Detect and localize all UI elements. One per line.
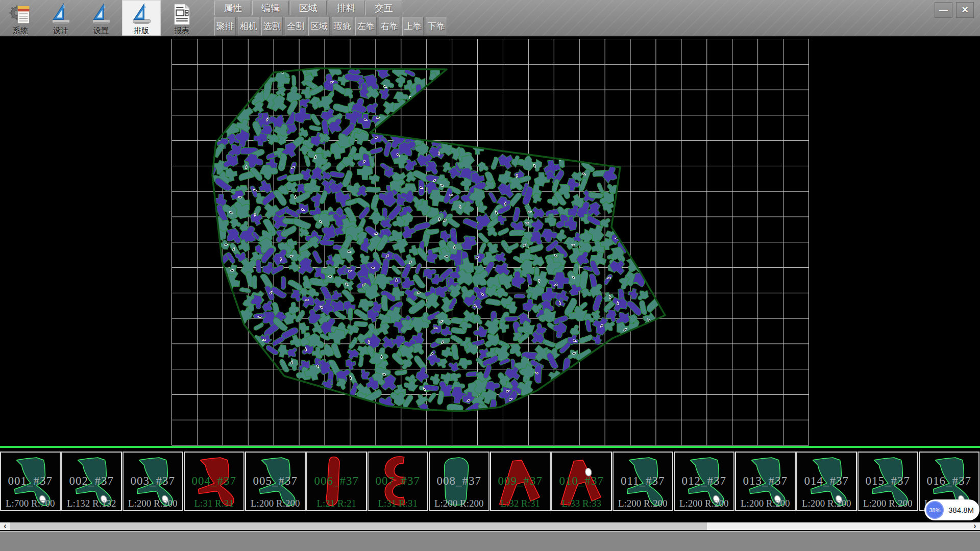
piece-thumbnail-7[interactable]: 007_#37L:31 R:31: [368, 452, 428, 511]
toolbar-icon-row: 系统设计设置排版报表: [1, 0, 203, 36]
piece-name: 003_#37: [124, 474, 182, 488]
piece-counts: L:200 R:200: [124, 498, 182, 509]
piece-name: 002_#37: [62, 474, 121, 488]
canvas-svg: [0, 37, 980, 446]
set-square-icon: [130, 3, 153, 26]
piece-name: 010_#37: [552, 474, 611, 488]
action-button-7[interactable]: 左靠: [355, 17, 377, 36]
piece-name: 015_#37: [859, 474, 917, 488]
menu-tab-2[interactable]: 编辑: [252, 1, 289, 15]
piece-counts: L:200 R:200: [430, 498, 488, 509]
menu-tab-1[interactable]: 属性: [214, 1, 251, 15]
toolbar-icon-label: 排版: [134, 26, 149, 35]
piece-name: 013_#37: [736, 474, 795, 488]
progress-circle: 38%: [926, 501, 944, 519]
piece-counts: L:200 R:200: [246, 498, 305, 509]
piece-name: 008_#37: [430, 474, 488, 488]
menu-tab-5[interactable]: 交互: [365, 1, 402, 15]
piece-name: 001_#37: [1, 474, 60, 488]
piece-counts: L:33 R:33: [552, 498, 611, 509]
piece-name: 006_#37: [307, 474, 366, 488]
toolbar-icon-label: 报表: [174, 26, 189, 35]
piece-thumbnail-1[interactable]: 001_#37L:700 R:700: [0, 452, 61, 511]
piece-name: 011_#37: [614, 474, 672, 488]
toolbar-icon-design[interactable]: 设计: [41, 0, 80, 36]
piece-counts: L:200 R:200: [797, 498, 856, 509]
piece-counts: L:200 R:200: [859, 498, 917, 509]
report-document-icon: [170, 3, 193, 26]
toolbar: 系统设计设置排版报表 属性编辑区域排料交互 聚排相机选割全割区域瑕疵左靠右靠上靠…: [0, 0, 980, 37]
piece-thumbnail-15[interactable]: 015_#37L:200 R:200: [857, 452, 918, 511]
nesting-app-window: 系统设计设置排版报表 属性编辑区域排料交互 聚排相机选割全割区域瑕疵左靠右靠上靠…: [0, 0, 980, 551]
toolbar-icon-label: 设计: [53, 26, 68, 35]
action-button-1[interactable]: 聚排: [214, 17, 236, 36]
piece-thumbnail-3[interactable]: 003_#37L:200 R:200: [122, 452, 183, 511]
piece-name: 014_#37: [797, 474, 856, 488]
toolbar-icon-label: 设置: [93, 26, 109, 35]
scroll-right-icon[interactable]: ›: [970, 522, 979, 530]
set-square-icon: [50, 3, 72, 26]
piece-thumbnail-list: 001_#37L:700 R:700002_#37L:132 R:132003_…: [0, 452, 980, 511]
action-button-5[interactable]: 区域: [308, 17, 330, 36]
piece-counts: L:200 R:200: [614, 498, 672, 509]
piece-thumbnail-14[interactable]: 014_#37L:200 R:200: [796, 452, 857, 511]
piece-name: 009_#37: [491, 474, 550, 488]
menu-tab-3[interactable]: 区域: [290, 1, 327, 15]
menu-tab-row: 属性编辑区域排料交互: [214, 1, 447, 15]
piece-thumbnail-11[interactable]: 011_#37L:200 R:200: [612, 452, 673, 511]
piece-name: 016_#37: [920, 474, 978, 488]
piece-counts: L:32 R:31: [491, 498, 550, 509]
action-button-2[interactable]: 相机: [238, 17, 259, 36]
piece-name: 007_#37: [369, 474, 427, 488]
nesting-canvas[interactable]: [0, 37, 980, 446]
piece-counts: L:31 R:31: [185, 498, 243, 509]
action-button-row: 聚排相机选割全割区域瑕疵左靠右靠上靠下靠: [214, 17, 447, 36]
piece-thumbnail-13[interactable]: 013_#37L:200 R:200: [735, 452, 796, 511]
progress-percent: 38%: [929, 507, 940, 513]
bottom-bar: [0, 531, 980, 551]
scroll-left-icon[interactable]: ‹: [1, 522, 10, 530]
piece-counts: L:31 R:31: [369, 498, 427, 509]
gear-document-icon: [9, 3, 32, 26]
piece-thumbnail-12[interactable]: 012_#37L:200 R:200: [674, 452, 734, 511]
piece-name: 004_#37: [185, 474, 243, 488]
menu-tab-4[interactable]: 排料: [328, 1, 364, 15]
close-button[interactable]: ✕: [956, 2, 974, 18]
toolbar-icon-report[interactable]: 报表: [162, 0, 201, 36]
piece-counts: L:700 R:700: [1, 498, 60, 509]
action-button-10[interactable]: 下靠: [426, 17, 447, 36]
piece-thumbnail-8[interactable]: 008_#37L:200 R:200: [429, 452, 489, 511]
toolbar-icon-settings[interactable]: 设置: [82, 0, 120, 36]
action-button-3[interactable]: 选割: [261, 17, 283, 36]
piece-name: 005_#37: [246, 474, 305, 488]
piece-counts: L:132 R:132: [62, 498, 121, 509]
toolbar-icon-system[interactable]: 系统: [1, 0, 40, 36]
strip-scrollbar[interactable]: ‹ ›: [0, 522, 980, 530]
piece-thumbnail-4[interactable]: 004_#37L:31 R:31: [184, 452, 244, 511]
piece-counts: L:200 R:200: [675, 498, 733, 509]
piece-counts: L:200 R:200: [736, 498, 795, 509]
piece-thumbnail-9[interactable]: 009_#37L:32 R:31: [490, 452, 551, 511]
toolbar-icon-label: 系统: [13, 26, 28, 35]
action-button-8[interactable]: 右靠: [379, 17, 400, 36]
piece-thumbnail-2[interactable]: 002_#37L:132 R:132: [61, 452, 122, 511]
pieces-strip: 001_#37L:700 R:700002_#37L:132 R:132003_…: [0, 446, 980, 522]
strip-accent-line: [0, 446, 980, 448]
scrollbar-thumb[interactable]: [10, 522, 707, 530]
piece-thumbnail-5[interactable]: 005_#37L:200 R:200: [245, 452, 306, 511]
toolbar-icon-layout[interactable]: 排版: [122, 0, 161, 36]
piece-name: 012_#37: [675, 474, 733, 488]
action-button-4[interactable]: 全割: [285, 17, 306, 36]
window-controls: — ✕: [935, 2, 974, 18]
minimize-button[interactable]: —: [935, 2, 952, 18]
piece-thumbnail-10[interactable]: 010_#37L:33 R:33: [551, 452, 612, 511]
download-progress-badge[interactable]: 38% 384.8M: [924, 499, 979, 520]
piece-counts: L:21 R:21: [307, 498, 366, 509]
action-button-9[interactable]: 上靠: [402, 17, 424, 36]
menu-block: 属性编辑区域排料交互 聚排相机选割全割区域瑕疵左靠右靠上靠下靠: [214, 1, 447, 36]
memory-text: 384.8M: [948, 506, 974, 514]
action-button-6[interactable]: 瑕疵: [332, 17, 353, 36]
set-square-icon: [90, 3, 113, 26]
piece-thumbnail-6[interactable]: 006_#37L:21 R:21: [306, 452, 367, 511]
